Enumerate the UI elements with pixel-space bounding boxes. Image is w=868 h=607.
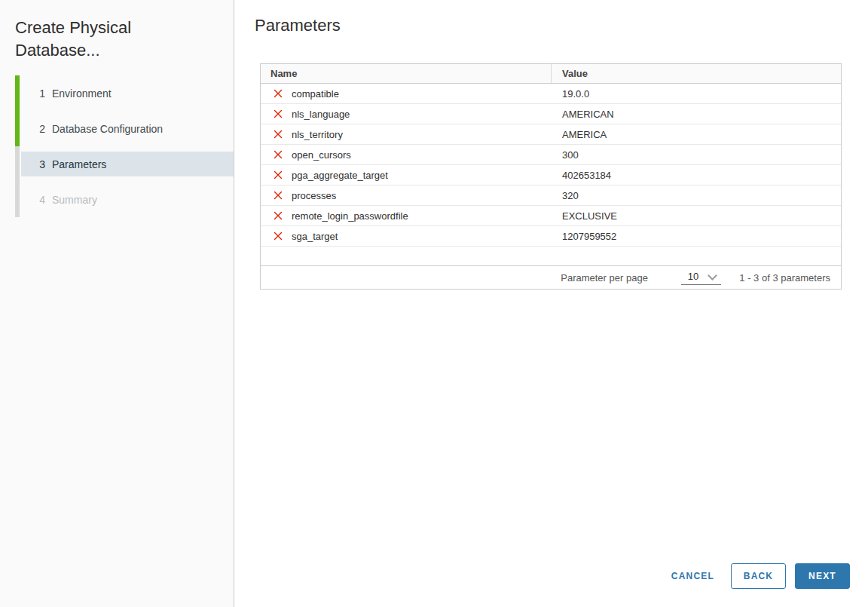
- table-empty-space: [261, 247, 841, 265]
- step-label: Environment: [52, 87, 112, 100]
- parameter-name: processes: [292, 190, 336, 201]
- parameter-value: 1207959552: [552, 226, 841, 246]
- wizard-action-bar: CANCEL BACK NEXT: [255, 563, 850, 589]
- page-title: Parameters: [255, 16, 842, 35]
- parameter-value: 320: [552, 185, 841, 205]
- column-header-name: Name: [261, 64, 552, 83]
- table-row: nls_territory AMERICA: [261, 124, 841, 145]
- table-header-row: Name Value: [261, 64, 841, 84]
- delete-parameter-x-icon[interactable]: [274, 150, 283, 159]
- pagination-range-text: 1 - 3 of 3 parameters: [739, 272, 830, 284]
- wizard-title: Create Physical Database...: [15, 17, 181, 62]
- table-row: nls_language AMERICAN: [261, 104, 841, 124]
- step-list: 1 Environment 2 Database Configuration 3…: [0, 75, 234, 217]
- cancel-button[interactable]: CANCEL: [661, 563, 725, 589]
- parameter-value: 19.0.0: [552, 84, 841, 103]
- delete-parameter-x-icon[interactable]: [274, 191, 283, 200]
- parameter-value: AMERICA: [552, 124, 841, 144]
- step-label: Parameters: [52, 158, 106, 170]
- table-row: open_cursors 300: [261, 145, 841, 165]
- parameter-name: nls_language: [292, 109, 350, 120]
- parameter-name: remote_login_passwordfile: [292, 210, 408, 222]
- step-label: Database Configuration: [52, 123, 163, 135]
- step-number: 1: [36, 87, 45, 100]
- step-environment[interactable]: 1 Environment: [21, 81, 234, 106]
- page-size-value: 10: [688, 271, 698, 282]
- delete-parameter-x-icon[interactable]: [274, 109, 283, 118]
- next-button[interactable]: NEXT: [795, 563, 850, 589]
- step-number: 2: [36, 123, 45, 135]
- parameter-value: AMERICAN: [552, 104, 841, 124]
- parameter-name: pga_aggregate_target: [292, 170, 388, 181]
- wizard-steps: 1 Environment 2 Database Configuration 3…: [0, 75, 234, 217]
- create-database-wizard: Create Physical Database... 1 Environmen…: [0, 0, 868, 607]
- parameters-table: Name Value compatible 19.0.0 nls_languag…: [260, 63, 842, 290]
- table-row: sga_target 1207959552: [261, 226, 841, 247]
- table-row: remote_login_passwordfile EXCLUSIVE: [261, 206, 841, 226]
- step-number: 3: [36, 158, 45, 170]
- parameter-name: compatible: [292, 88, 339, 100]
- completed-steps-bar: [15, 75, 20, 146]
- table-row: pga_aggregate_target 402653184: [261, 165, 841, 185]
- parameter-value: 300: [552, 145, 841, 164]
- parameter-value: EXCLUSIVE: [552, 206, 841, 225]
- delete-parameter-x-icon[interactable]: [274, 89, 283, 98]
- delete-parameter-x-icon[interactable]: [274, 231, 283, 241]
- chevron-down-icon: [708, 271, 717, 281]
- delete-parameter-x-icon[interactable]: [274, 170, 283, 179]
- step-progress-bar: [15, 75, 20, 217]
- delete-parameter-x-icon[interactable]: [274, 211, 283, 220]
- parameter-name: open_cursors: [292, 149, 351, 161]
- wizard-page-parameters: Parameters Name Value compatible 19.0.0 …: [234, 0, 868, 607]
- step-parameters[interactable]: 3 Parameters: [21, 152, 234, 176]
- parameter-name: nls_territory: [292, 129, 343, 140]
- table-footer: Parameter per page 10 1 - 3 of 3 paramet…: [261, 265, 841, 289]
- parameter-value: 402653184: [552, 165, 841, 185]
- per-page-label: Parameter per page: [561, 272, 648, 284]
- step-label: Summary: [52, 194, 97, 206]
- column-header-value: Value: [552, 64, 841, 83]
- table-row: processes 320: [261, 185, 841, 206]
- table-row: compatible 19.0.0: [261, 84, 841, 104]
- wizard-sidebar: Create Physical Database... 1 Environmen…: [0, 0, 234, 607]
- delete-parameter-x-icon[interactable]: [274, 130, 283, 139]
- step-number: 4: [36, 194, 45, 206]
- parameter-name: sga_target: [292, 231, 338, 242]
- back-button[interactable]: BACK: [731, 563, 786, 589]
- step-database-configuration[interactable]: 2 Database Configuration: [21, 116, 234, 141]
- step-summary: 4 Summary: [21, 187, 234, 212]
- page-size-select[interactable]: 10: [681, 270, 721, 285]
